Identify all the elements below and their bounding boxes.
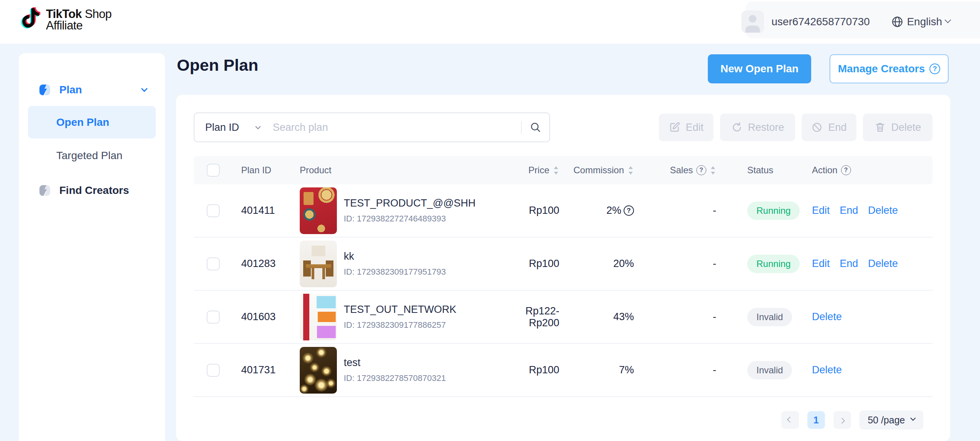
plan-id-cell: 401411 [228, 205, 295, 216]
table-row: 401411 TEST_PRODUCT_@@SHH ID: 1729382272… [194, 184, 933, 238]
status-badge: Running [747, 255, 800, 273]
table-row: 401603 TEST_OUT_NETWORK ID: 172938230917… [194, 291, 933, 344]
bulk-end-label: End [828, 122, 846, 133]
bulk-delete-button[interactable]: Delete [863, 114, 933, 141]
sidebar-item-find-creators[interactable]: Find Creators [19, 184, 165, 197]
header-price: Price [528, 165, 549, 176]
row-action-link[interactable]: End [840, 258, 858, 270]
row-action-link[interactable]: Delete [868, 205, 898, 216]
bulk-edit-label: Edit [686, 122, 704, 133]
product-name: TEST_OUT_NETWORK [344, 304, 456, 316]
help-icon[interactable] [929, 63, 940, 74]
language-label: English [907, 16, 942, 28]
plans-table: Plan ID Product Price Commission Sales S… [194, 156, 933, 397]
table-header-row: Plan ID Product Price Commission Sales S… [194, 156, 933, 184]
bulk-delete-label: Delete [891, 122, 921, 133]
price-line2: Rp200 [525, 317, 559, 329]
next-page-button[interactable] [833, 411, 851, 429]
row-action-link[interactable]: Delete [812, 364, 842, 376]
product-id: ID: 1729382309177951793 [344, 267, 446, 277]
plan-search-bar: Plan ID [194, 112, 550, 142]
sort-icon[interactable] [553, 165, 559, 176]
row-action-link[interactable]: Edit [812, 205, 830, 216]
end-icon [811, 122, 823, 133]
commission: 43% [613, 311, 634, 323]
sidebar-item-open-plan[interactable]: Open Plan [28, 106, 156, 138]
status-badge: Invalid [747, 361, 792, 379]
page-size-value: 50 /page [868, 415, 905, 426]
header-commission: Commission [573, 165, 624, 176]
table-row: 401283 kk ID: 1729382309177951793 Rp100 … [194, 238, 933, 291]
price: Rp100 [529, 205, 559, 216]
product-id: ID: 1729382272746489393 [344, 214, 475, 224]
row-checkbox[interactable] [207, 311, 220, 324]
status-badge: Running [747, 202, 800, 220]
sales: - [634, 364, 716, 376]
search-icon [529, 121, 542, 133]
product-name: TEST_PRODUCT_@@SHH [344, 197, 475, 209]
user-block: user6742658770730 English [742, 10, 950, 34]
page-size-selector[interactable]: 50 /page [859, 410, 923, 430]
row-checkbox[interactable] [207, 257, 220, 270]
sidebar-item-targeted-plan[interactable]: Targeted Plan [28, 140, 156, 171]
sales: - [634, 311, 716, 323]
manage-creators-label: Manage Creators [838, 63, 925, 75]
chevron-down-icon [255, 124, 260, 129]
chevron-left-icon [787, 417, 793, 423]
search-button[interactable] [522, 121, 549, 133]
edit-icon [669, 122, 680, 133]
chevron-down-icon [945, 17, 951, 23]
row-action-link[interactable]: Edit [812, 258, 830, 270]
search-input[interactable] [273, 122, 521, 133]
price: Rp100 [529, 364, 559, 376]
bulk-edit-button[interactable]: Edit [659, 114, 714, 141]
chevron-down-icon [910, 415, 916, 421]
row-checkbox[interactable] [207, 364, 220, 377]
restore-icon [731, 122, 743, 133]
action-help-icon[interactable] [841, 165, 851, 175]
pagination: 1 50 /page [781, 410, 923, 430]
chevron-down-icon [141, 86, 148, 92]
avatar[interactable] [742, 11, 764, 33]
sales: - [634, 205, 716, 216]
previous-page-button[interactable] [781, 411, 799, 429]
plan-id-cell: 401283 [228, 258, 295, 270]
row-checkbox[interactable] [207, 204, 220, 217]
trash-icon [874, 122, 886, 133]
bulk-end-button[interactable]: End [802, 114, 856, 141]
language-selector[interactable]: English [891, 16, 950, 28]
commission: 20% [613, 258, 634, 270]
bulk-restore-label: Restore [748, 122, 784, 133]
sales-help-icon[interactable] [696, 165, 706, 175]
header-sales: Sales [670, 165, 693, 176]
main-card: Plan ID Edit Restore [176, 95, 950, 441]
new-open-plan-button[interactable]: New Open Plan [708, 54, 811, 83]
row-action-link[interactable]: Delete [812, 311, 842, 323]
select-all-checkbox[interactable] [207, 164, 220, 177]
product-id: ID: 1729382278570870321 [344, 373, 446, 383]
manage-creators-button[interactable]: Manage Creators [830, 54, 949, 83]
row-action-link[interactable]: Delete [868, 258, 898, 270]
row-action-link[interactable]: End [840, 205, 858, 216]
sort-icon[interactable] [627, 165, 634, 176]
search-field-value: Plan ID [205, 122, 239, 133]
tiktok-shop-affiliate-logo[interactable]: TikTok Shop Affiliate [19, 6, 111, 32]
plan-icon [39, 84, 51, 96]
search-field-dropdown[interactable]: Plan ID [194, 122, 260, 133]
sidebar-plan-label: Plan [59, 84, 82, 96]
commission-help-icon[interactable] [624, 205, 634, 216]
sales: - [634, 258, 716, 270]
sidebar-item-plan[interactable]: Plan [19, 84, 165, 96]
plan-id-cell: 401603 [228, 311, 295, 323]
bulk-restore-button[interactable]: Restore [720, 114, 795, 141]
page-number[interactable]: 1 [807, 411, 825, 429]
product-name: kk [344, 251, 446, 262]
top-header: TikTok Shop Affiliate user6742658770730 … [0, 0, 980, 44]
chevron-right-icon [839, 418, 845, 424]
sort-icon[interactable] [710, 165, 716, 176]
price: Rp122- [525, 305, 559, 317]
sidebar: Plan Open Plan Targeted Plan Find Creato… [19, 53, 165, 441]
globe-icon [891, 16, 903, 28]
table-row: 401731 test ID: 1729382278570870321 Rp10… [194, 344, 933, 397]
sidebar-find-creators-label: Find Creators [59, 184, 129, 197]
